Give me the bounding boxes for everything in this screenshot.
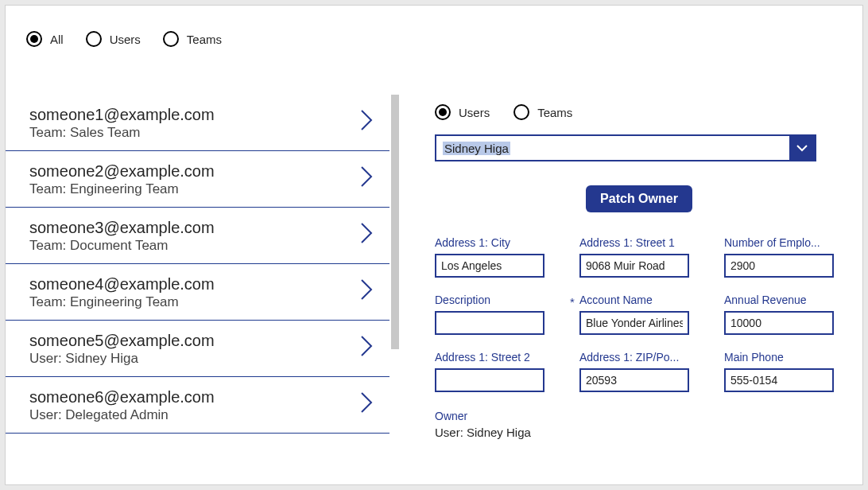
radio-label: Users xyxy=(459,106,490,119)
field-input[interactable] xyxy=(435,254,544,278)
list-item-texts: someone3@example.comTeam: Document Team xyxy=(29,217,215,254)
list-item-subtitle: Team: Document Team xyxy=(29,238,215,254)
field: Annual Revenue xyxy=(724,294,843,335)
field: Address 1: ZIP/Po... xyxy=(579,351,699,392)
list-item-title: someone3@example.com xyxy=(29,217,215,238)
owner-type-group: UsersTeams xyxy=(435,104,843,120)
list-item-subtitle: Team: Engineering Team xyxy=(29,181,215,197)
field-input[interactable] xyxy=(435,311,544,335)
app-frame: AllUsersTeams someone1@example.comTeam: … xyxy=(5,5,863,485)
radio-icon xyxy=(86,31,102,47)
field-input[interactable] xyxy=(579,311,689,335)
chevron-right-icon xyxy=(359,108,374,138)
field: *Account Name xyxy=(579,294,699,335)
field-input[interactable] xyxy=(724,368,834,392)
field-label: Account Name xyxy=(579,294,699,306)
field-input[interactable] xyxy=(724,254,834,278)
list-item-title: someone2@example.com xyxy=(29,161,215,181)
field-label: Address 1: Street 2 xyxy=(435,351,554,364)
radio-icon xyxy=(513,104,529,120)
chevron-right-icon xyxy=(359,165,374,194)
list-item-subtitle: Team: Sales Team xyxy=(29,125,215,141)
list-item[interactable]: someone2@example.comTeam: Engineering Te… xyxy=(6,151,389,208)
field-label: Address 1: City xyxy=(435,236,554,249)
chevron-down-icon xyxy=(796,141,808,155)
owner-readonly-block: Owner User: Sidney Higa xyxy=(435,410,843,439)
chevron-right-icon xyxy=(359,278,374,307)
top-filter-radio-users[interactable]: Users xyxy=(86,31,141,47)
field-input[interactable] xyxy=(579,368,689,392)
radio-label: Users xyxy=(110,33,141,46)
patch-owner-button[interactable]: Patch Owner xyxy=(586,185,692,212)
list-item-texts: someone6@example.comUser: Delegated Admi… xyxy=(29,387,215,423)
list-item-title: someone4@example.com xyxy=(29,274,215,294)
owner-value: User: Sidney Higa xyxy=(435,426,843,439)
list-item-texts: someone5@example.comUser: Sidney Higa xyxy=(29,330,215,367)
field: Main Phone xyxy=(724,351,843,392)
field-label: Description xyxy=(435,294,554,306)
radio-label: All xyxy=(50,33,64,46)
list-item[interactable]: someone5@example.comUser: Sidney Higa xyxy=(6,321,389,377)
owner-type-radio-users[interactable]: Users xyxy=(435,104,490,120)
list-item-subtitle: User: Sidney Higa xyxy=(29,351,215,367)
list-item-texts: someone4@example.comTeam: Engineering Te… xyxy=(29,274,215,310)
field-input[interactable] xyxy=(579,254,689,278)
list-item-texts: someone2@example.comTeam: Engineering Te… xyxy=(29,161,215,197)
field: Address 1: City xyxy=(435,236,554,278)
owner-combobox-button[interactable] xyxy=(789,136,815,160)
list-item-title: someone6@example.com xyxy=(29,387,215,407)
field: Address 1: Street 1 xyxy=(579,236,699,278)
owner-combobox[interactable]: Sidney Higa xyxy=(435,134,816,161)
field-label: Main Phone xyxy=(724,351,843,364)
chevron-right-icon xyxy=(359,334,374,364)
field: Number of Emplo... xyxy=(724,236,843,278)
chevron-right-icon xyxy=(359,221,374,251)
list-item-texts: someone1@example.comTeam: Sales Team xyxy=(29,104,215,141)
radio-label: Teams xyxy=(537,106,572,119)
top-filter-radio-all[interactable]: All xyxy=(26,31,64,47)
radio-icon xyxy=(163,31,179,47)
owner-type-radio-teams[interactable]: Teams xyxy=(513,104,572,120)
field-grid: Address 1: CityAddress 1: Street 1Number… xyxy=(435,236,843,392)
list-item[interactable]: someone3@example.comTeam: Document Team xyxy=(6,208,389,264)
radio-icon xyxy=(26,31,42,47)
field: Description xyxy=(435,294,554,335)
list-item-subtitle: User: Delegated Admin xyxy=(29,407,215,423)
content-area: someone1@example.comTeam: Sales Teamsome… xyxy=(6,95,862,484)
chevron-right-icon xyxy=(359,391,374,420)
list-item-title: someone5@example.com xyxy=(29,330,215,351)
detail-panel: UsersTeams Sidney Higa Patch Owner Addre… xyxy=(399,95,862,484)
radio-icon xyxy=(435,104,451,120)
list-item-title: someone1@example.com xyxy=(29,104,215,125)
list-item[interactable]: someone1@example.comTeam: Sales Team xyxy=(6,95,389,151)
field-label: Address 1: Street 1 xyxy=(579,236,699,249)
field-input[interactable] xyxy=(724,311,834,335)
owner-combobox-text: Sidney Higa xyxy=(436,136,789,160)
field-label: Address 1: ZIP/Po... xyxy=(579,351,699,364)
radio-label: Teams xyxy=(187,33,222,46)
required-star-icon: * xyxy=(570,295,575,309)
list-panel: someone1@example.comTeam: Sales Teamsome… xyxy=(6,95,399,484)
list-scroll[interactable]: someone1@example.comTeam: Sales Teamsome… xyxy=(6,95,399,484)
top-filter-radio-teams[interactable]: Teams xyxy=(163,31,222,47)
top-filter-group: AllUsersTeams xyxy=(6,6,862,53)
list-item[interactable]: someone4@example.comTeam: Engineering Te… xyxy=(6,264,389,321)
list-item[interactable]: someone6@example.comUser: Delegated Admi… xyxy=(6,377,389,434)
owner-label: Owner xyxy=(435,410,843,422)
list-item-subtitle: Team: Engineering Team xyxy=(29,294,215,310)
scrollbar-thumb[interactable] xyxy=(391,95,399,349)
field-label: Number of Emplo... xyxy=(724,236,843,249)
field-input[interactable] xyxy=(435,368,544,392)
field-label: Annual Revenue xyxy=(724,294,843,306)
owner-combobox-value: Sidney Higa xyxy=(443,142,510,155)
field: Address 1: Street 2 xyxy=(435,351,554,392)
